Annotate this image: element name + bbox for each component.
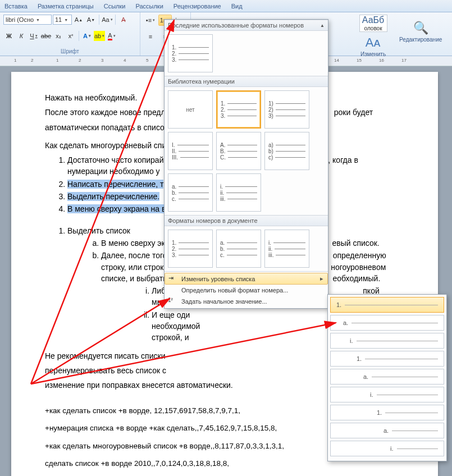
section-recent: Последние использованные форматы номеров…: [165, 20, 328, 31]
clear-format-button[interactable]: A̶: [118, 15, 129, 25]
num-format-thumb[interactable]: 1. 2. 3.: [168, 34, 213, 72]
highlight-button[interactable]: ab▾: [94, 31, 105, 41]
superscript-button[interactable]: x²: [65, 31, 76, 41]
italic-button[interactable]: К: [16, 31, 27, 41]
tab-page-layout[interactable]: Разметка страницы: [38, 3, 94, 10]
tab-review[interactable]: Рецензирование: [174, 3, 221, 10]
font-group: libri (Осно▼ 11▼ A▲ A▼ Aa▾ A̶ Ж К Ч▾ abe…: [0, 12, 140, 56]
level-option[interactable]: a.: [330, 315, 444, 331]
num-format-thumb[interactable]: 1.2.3.: [216, 90, 261, 129]
tab-references[interactable]: Ссылки: [104, 3, 126, 10]
level-option[interactable]: i.: [330, 333, 444, 349]
text-effects-button[interactable]: A▾: [81, 31, 93, 41]
level-option[interactable]: a.: [330, 369, 444, 385]
num-format-none[interactable]: нет: [168, 90, 213, 129]
section-doc-formats: Форматы номеров в документе: [165, 215, 328, 226]
num-format-thumb[interactable]: a)b)c): [264, 132, 309, 170]
num-format-thumb[interactable]: I.II.III.: [168, 132, 213, 170]
number-icon: 1²: [168, 297, 177, 306]
num-format-thumb[interactable]: i.ii.iii.: [264, 230, 309, 268]
find-icon: 🔍: [413, 21, 428, 35]
bullets-button[interactable]: •≡▾: [144, 15, 157, 26]
dropdown-menu: ⇥ Изменить уровень списка▸ Определить но…: [165, 271, 328, 308]
grow-font-button[interactable]: A▲: [73, 15, 84, 25]
styles-group: АаБб оловок Aᴀ Изменить стили: [354, 12, 392, 56]
tab-view[interactable]: Вид: [231, 3, 243, 10]
underline-button[interactable]: Ч▾: [28, 31, 39, 41]
list-level-submenu: 1. a. i. 1. a. i. 1. a. i.: [327, 294, 447, 461]
level-option[interactable]: i.: [330, 387, 444, 402]
font-name-select[interactable]: libri (Осно▼: [3, 15, 52, 25]
num-format-thumb[interactable]: a.b.c.: [216, 230, 261, 268]
level-option[interactable]: a.: [330, 423, 444, 438]
section-library: Библиотека нумерации: [165, 76, 328, 87]
font-size-select[interactable]: 11▼: [53, 15, 72, 25]
num-format-thumb[interactable]: i.ii.iii.: [216, 173, 261, 212]
indent-icon: ⇥: [168, 274, 177, 283]
bold-button[interactable]: Ж: [3, 31, 15, 41]
define-new-format-item[interactable]: Определить новый формат номера...: [165, 285, 328, 296]
num-format-thumb[interactable]: A.B.C.: [216, 132, 261, 170]
shrink-font-button[interactable]: A▼: [85, 15, 97, 25]
tab-mailings[interactable]: Рассылки: [135, 3, 163, 10]
numbering-dropdown: Последние использованные форматы номеров…: [164, 19, 328, 309]
level-option[interactable]: 1.: [330, 351, 444, 367]
style-preview[interactable]: АаБб оловок: [359, 15, 387, 32]
num-format-thumb[interactable]: a.b.c.: [168, 173, 213, 212]
subscript-button[interactable]: x₂: [53, 31, 64, 41]
tab-insert[interactable]: Вставка: [4, 3, 28, 10]
font-group-label: Шрифт: [3, 47, 136, 54]
change-styles-icon: Aᴀ: [366, 35, 381, 50]
num-format-thumb[interactable]: 1.2.3.: [168, 230, 213, 268]
strike-button[interactable]: abe: [40, 31, 52, 41]
change-case-button[interactable]: Aa▾: [102, 15, 113, 25]
editing-group: 🔍 Редактирование: [392, 12, 449, 56]
change-list-level-item[interactable]: ⇥ Изменить уровень списка▸: [165, 273, 328, 285]
set-start-value-item[interactable]: 1² Задать начальное значение...: [165, 296, 328, 307]
num-format-thumb[interactable]: 1)2)3): [264, 90, 309, 129]
editing-button[interactable]: 🔍 Редактирование: [396, 15, 445, 48]
font-color-button[interactable]: A▾: [106, 31, 117, 41]
level-option[interactable]: 1.: [330, 405, 444, 420]
align-left-button[interactable]: ≡: [144, 31, 157, 42]
level-option[interactable]: 1.: [330, 297, 444, 313]
level-option[interactable]: i.: [330, 441, 444, 456]
ribbon-tabs: Вставка Разметка страницы Ссылки Рассылк…: [0, 0, 452, 12]
